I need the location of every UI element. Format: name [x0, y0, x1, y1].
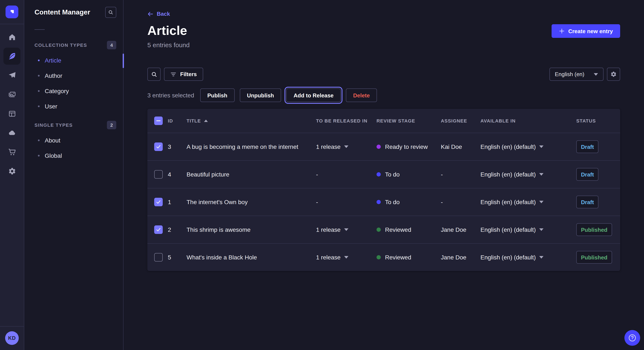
app-root: KD Content Manager COLLECTION TYPES4Arti…	[0, 0, 644, 350]
question-mark-icon	[628, 334, 637, 342]
strapi-logo[interactable]	[6, 5, 18, 18]
cell-available-in[interactable]: English (en) (default)	[480, 143, 576, 150]
release-count: 1 release	[316, 226, 340, 233]
section-count-badge: 2	[107, 121, 116, 129]
nav-rail-footer: KD	[0, 326, 24, 350]
subnav-item-about[interactable]: About	[24, 133, 123, 148]
stage-dot	[376, 227, 381, 232]
nav-releases[interactable]	[4, 67, 20, 84]
locale-select[interactable]: English (en)	[549, 68, 604, 81]
subnav-item-article[interactable]: Article	[24, 53, 123, 68]
table-row[interactable]: 2This shrimp is awesome1 releaseReviewed…	[147, 216, 620, 243]
status-badge: Draft	[576, 140, 599, 153]
subnav: Content Manager COLLECTION TYPES4Article…	[24, 0, 124, 350]
cell-title: This shrimp is awesome	[186, 226, 316, 233]
toolbar: Filters English (en)	[147, 68, 620, 81]
nav-cloud[interactable]	[4, 124, 20, 141]
filters-label: Filters	[180, 71, 197, 77]
stage-label: Reviewed	[385, 254, 411, 261]
cell-available-in[interactable]: English (en) (default)	[480, 226, 576, 233]
locale-value: English (en)	[555, 71, 584, 77]
chevron-down-icon	[594, 73, 598, 75]
row-checkbox[interactable]	[154, 225, 163, 234]
column-header-assignee: ASSIGNEE	[441, 118, 480, 123]
cell-available-in[interactable]: English (en) (default)	[480, 199, 576, 205]
subnav-item-user[interactable]: User	[24, 99, 123, 114]
entries-table: ID TITLE TO BE RELEASED IN REVIEW STAGE …	[147, 109, 620, 271]
cell-release: -	[316, 171, 376, 178]
create-new-entry-button[interactable]: Create new entry	[552, 24, 620, 38]
locale-label: English (en) (default)	[480, 171, 536, 178]
header-checkbox-cell	[154, 117, 168, 125]
subnav-item-label: Article	[45, 57, 61, 64]
filter-icon	[170, 71, 176, 77]
subnav-item-author[interactable]: Author	[24, 68, 123, 83]
chevron-down-icon	[539, 146, 544, 148]
nav-content-type-builder[interactable]	[4, 105, 20, 122]
bullet-icon	[38, 59, 40, 61]
column-header-release: TO BE RELEASED IN	[316, 118, 376, 123]
table-row[interactable]: 5What's inside a Black Hole1 releaseRevi…	[147, 243, 620, 271]
cell-status: Draft	[576, 140, 613, 153]
nav-rail-items	[4, 24, 20, 179]
table-row[interactable]: 4Beautiful picture-To do-English (en) (d…	[147, 160, 620, 188]
chevron-down-icon	[539, 256, 544, 259]
locale-label: English (en) (default)	[480, 199, 536, 205]
cell-title: The internet's Own boy	[186, 199, 316, 205]
row-checkbox[interactable]	[154, 170, 163, 178]
filters-button[interactable]: Filters	[164, 68, 203, 81]
selected-count-text: 3 entries selected	[147, 92, 194, 99]
column-header-title[interactable]: TITLE	[186, 118, 316, 123]
settings-icon	[8, 167, 16, 175]
status-badge: Draft	[576, 196, 599, 208]
cell-available-in[interactable]: English (en) (default)	[480, 171, 576, 178]
nav-marketplace[interactable]	[4, 143, 20, 160]
subnav-item-global[interactable]: Global	[24, 148, 123, 163]
help-button[interactable]	[624, 330, 640, 346]
cell-release[interactable]: 1 release	[316, 143, 376, 150]
nav-media-library[interactable]	[4, 86, 20, 103]
nav-rail: KD	[0, 0, 24, 350]
row-checkbox[interactable]	[154, 143, 163, 151]
cell-release[interactable]: 1 release	[316, 254, 376, 261]
sort-ascending-icon	[204, 120, 208, 122]
column-header-title-label: TITLE	[186, 118, 201, 123]
select-all-checkbox[interactable]	[154, 117, 163, 125]
cell-available-in[interactable]: English (en) (default)	[480, 254, 576, 261]
add-to-release-button[interactable]: Add to Release	[286, 88, 341, 102]
publish-button[interactable]: Publish	[200, 88, 234, 102]
subnav-title: Content Manager	[34, 8, 90, 16]
search-button[interactable]	[147, 68, 160, 81]
chevron-down-icon	[539, 173, 544, 176]
home-icon	[8, 33, 16, 41]
subnav-search-button[interactable]	[105, 7, 116, 18]
nav-settings[interactable]	[4, 163, 20, 179]
section-items: ArticleAuthorCategoryUser	[24, 53, 123, 114]
table-header-row: ID TITLE TO BE RELEASED IN REVIEW STAGE …	[147, 109, 620, 133]
table-row[interactable]: 1The internet's Own boy-To do-English (e…	[147, 188, 620, 216]
cell-release[interactable]: 1 release	[316, 226, 376, 233]
view-settings-button[interactable]	[607, 68, 620, 81]
bullet-icon	[38, 140, 40, 141]
plus-icon	[559, 28, 565, 34]
status-badge: Published	[576, 251, 612, 264]
back-link[interactable]: Back	[147, 0, 170, 17]
table-row[interactable]: 3A bug is becoming a meme on the interne…	[147, 133, 620, 160]
row-checkbox-cell	[154, 198, 168, 206]
locale-label: English (en) (default)	[480, 254, 536, 261]
unpublish-button[interactable]: Unpublish	[240, 88, 281, 102]
cell-id: 5	[168, 254, 186, 261]
nav-content-manager[interactable]	[4, 48, 20, 65]
avatar[interactable]: KD	[5, 331, 19, 345]
chevron-down-icon	[344, 256, 348, 259]
subnav-item-category[interactable]: Category	[24, 83, 123, 99]
row-checkbox[interactable]	[154, 253, 163, 262]
stage-dot	[376, 172, 381, 176]
chevron-down-icon	[539, 228, 544, 231]
delete-button[interactable]: Delete	[346, 88, 377, 102]
cell-assignee: -	[441, 171, 480, 178]
nav-home[interactable]	[4, 28, 20, 45]
row-checkbox[interactable]	[154, 198, 163, 206]
locale-label: English (en) (default)	[480, 226, 536, 233]
column-header-id[interactable]: ID	[168, 118, 186, 123]
